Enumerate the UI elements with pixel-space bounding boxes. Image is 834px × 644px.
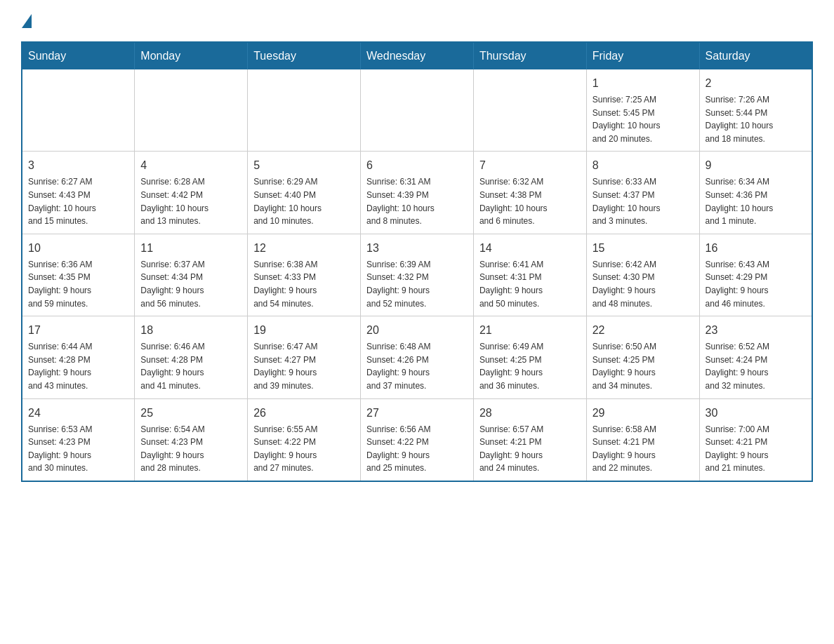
calendar-cell (473, 69, 586, 152)
logo (21, 14, 32, 27)
day-number: 28 (479, 405, 581, 422)
day-info: Sunrise: 6:29 AM Sunset: 4:40 PM Dayligh… (253, 175, 355, 227)
day-number: 5 (253, 157, 355, 174)
day-info: Sunrise: 7:26 AM Sunset: 5:44 PM Dayligh… (706, 93, 806, 145)
day-number: 17 (28, 322, 128, 339)
calendar-cell: 20Sunrise: 6:48 AM Sunset: 4:26 PM Dayli… (361, 316, 474, 398)
calendar-cell: 5Sunrise: 6:29 AM Sunset: 4:40 PM Daylig… (248, 152, 361, 234)
day-info: Sunrise: 6:32 AM Sunset: 4:38 PM Dayligh… (479, 175, 581, 227)
day-info: Sunrise: 6:50 AM Sunset: 4:25 PM Dayligh… (593, 340, 694, 392)
calendar-cell: 9Sunrise: 6:34 AM Sunset: 4:36 PM Daylig… (699, 152, 812, 234)
calendar-cell: 30Sunrise: 7:00 AM Sunset: 4:21 PM Dayli… (699, 398, 812, 481)
day-number: 16 (706, 240, 806, 257)
calendar-week-row: 10Sunrise: 6:36 AM Sunset: 4:35 PM Dayli… (22, 234, 812, 316)
day-info: Sunrise: 6:56 AM Sunset: 4:22 PM Dayligh… (366, 423, 468, 475)
calendar-cell: 23Sunrise: 6:52 AM Sunset: 4:24 PM Dayli… (699, 316, 812, 398)
day-info: Sunrise: 6:34 AM Sunset: 4:36 PM Dayligh… (706, 175, 806, 227)
day-number: 15 (593, 240, 694, 257)
calendar-cell: 3Sunrise: 6:27 AM Sunset: 4:43 PM Daylig… (22, 152, 135, 234)
day-info: Sunrise: 6:55 AM Sunset: 4:22 PM Dayligh… (253, 423, 355, 475)
day-number: 2 (706, 75, 806, 92)
calendar-cell: 15Sunrise: 6:42 AM Sunset: 4:30 PM Dayli… (586, 234, 699, 316)
weekday-header-thursday: Thursday (473, 42, 586, 69)
weekday-header-monday: Monday (135, 42, 248, 69)
day-info: Sunrise: 6:58 AM Sunset: 4:21 PM Dayligh… (593, 423, 694, 475)
calendar-week-row: 3Sunrise: 6:27 AM Sunset: 4:43 PM Daylig… (22, 152, 812, 234)
day-number: 30 (706, 405, 806, 422)
calendar-cell: 2Sunrise: 7:26 AM Sunset: 5:44 PM Daylig… (699, 69, 812, 152)
day-number: 3 (28, 157, 128, 174)
day-number: 19 (253, 322, 355, 339)
day-number: 4 (140, 157, 241, 174)
calendar-cell: 24Sunrise: 6:53 AM Sunset: 4:23 PM Dayli… (22, 398, 135, 481)
weekday-header-row: SundayMondayTuesdayWednesdayThursdayFrid… (22, 42, 812, 69)
weekday-header-saturday: Saturday (699, 42, 812, 69)
day-info: Sunrise: 7:25 AM Sunset: 5:45 PM Dayligh… (593, 93, 694, 145)
day-number: 7 (479, 157, 581, 174)
calendar-cell: 22Sunrise: 6:50 AM Sunset: 4:25 PM Dayli… (586, 316, 699, 398)
day-number: 20 (366, 322, 468, 339)
weekday-header-sunday: Sunday (22, 42, 135, 69)
calendar-cell: 21Sunrise: 6:49 AM Sunset: 4:25 PM Dayli… (473, 316, 586, 398)
calendar-cell: 19Sunrise: 6:47 AM Sunset: 4:27 PM Dayli… (248, 316, 361, 398)
calendar-cell: 12Sunrise: 6:38 AM Sunset: 4:33 PM Dayli… (248, 234, 361, 316)
day-number: 21 (479, 322, 581, 339)
calendar-cell (135, 69, 248, 152)
day-number: 14 (479, 240, 581, 257)
calendar-cell: 7Sunrise: 6:32 AM Sunset: 4:38 PM Daylig… (473, 152, 586, 234)
day-info: Sunrise: 6:27 AM Sunset: 4:43 PM Dayligh… (28, 175, 128, 227)
day-number: 29 (593, 405, 694, 422)
day-info: Sunrise: 6:37 AM Sunset: 4:34 PM Dayligh… (140, 258, 241, 310)
calendar-cell: 11Sunrise: 6:37 AM Sunset: 4:34 PM Dayli… (135, 234, 248, 316)
calendar-cell: 27Sunrise: 6:56 AM Sunset: 4:22 PM Dayli… (361, 398, 474, 481)
day-number: 12 (253, 240, 355, 257)
day-number: 22 (593, 322, 694, 339)
day-info: Sunrise: 6:47 AM Sunset: 4:27 PM Dayligh… (253, 340, 355, 392)
calendar-cell: 29Sunrise: 6:58 AM Sunset: 4:21 PM Dayli… (586, 398, 699, 481)
day-info: Sunrise: 6:54 AM Sunset: 4:23 PM Dayligh… (140, 423, 241, 475)
calendar-cell: 4Sunrise: 6:28 AM Sunset: 4:42 PM Daylig… (135, 152, 248, 234)
day-info: Sunrise: 6:48 AM Sunset: 4:26 PM Dayligh… (366, 340, 468, 392)
day-info: Sunrise: 6:43 AM Sunset: 4:29 PM Dayligh… (706, 258, 806, 310)
day-number: 27 (366, 405, 468, 422)
day-info: Sunrise: 6:36 AM Sunset: 4:35 PM Dayligh… (28, 258, 128, 310)
calendar-week-row: 17Sunrise: 6:44 AM Sunset: 4:28 PM Dayli… (22, 316, 812, 398)
calendar-week-row: 1Sunrise: 7:25 AM Sunset: 5:45 PM Daylig… (22, 69, 812, 152)
day-number: 18 (140, 322, 241, 339)
day-info: Sunrise: 6:41 AM Sunset: 4:31 PM Dayligh… (479, 258, 581, 310)
calendar-cell: 6Sunrise: 6:31 AM Sunset: 4:39 PM Daylig… (361, 152, 474, 234)
day-info: Sunrise: 6:28 AM Sunset: 4:42 PM Dayligh… (140, 175, 241, 227)
day-number: 9 (706, 157, 806, 174)
day-number: 26 (253, 405, 355, 422)
calendar-cell: 17Sunrise: 6:44 AM Sunset: 4:28 PM Dayli… (22, 316, 135, 398)
day-info: Sunrise: 6:42 AM Sunset: 4:30 PM Dayligh… (593, 258, 694, 310)
day-info: Sunrise: 6:44 AM Sunset: 4:28 PM Dayligh… (28, 340, 128, 392)
day-number: 24 (28, 405, 128, 422)
calendar-cell: 1Sunrise: 7:25 AM Sunset: 5:45 PM Daylig… (586, 69, 699, 152)
day-info: Sunrise: 6:38 AM Sunset: 4:33 PM Dayligh… (253, 258, 355, 310)
day-number: 6 (366, 157, 468, 174)
weekday-header-tuesday: Tuesday (248, 42, 361, 69)
day-number: 25 (140, 405, 241, 422)
day-info: Sunrise: 6:39 AM Sunset: 4:32 PM Dayligh… (366, 258, 468, 310)
calendar-table: SundayMondayTuesdayWednesdayThursdayFrid… (21, 41, 813, 482)
day-number: 11 (140, 240, 241, 257)
calendar-cell: 13Sunrise: 6:39 AM Sunset: 4:32 PM Dayli… (361, 234, 474, 316)
day-info: Sunrise: 6:57 AM Sunset: 4:21 PM Dayligh… (479, 423, 581, 475)
day-info: Sunrise: 7:00 AM Sunset: 4:21 PM Dayligh… (706, 423, 806, 475)
calendar-cell: 16Sunrise: 6:43 AM Sunset: 4:29 PM Dayli… (699, 234, 812, 316)
day-info: Sunrise: 6:33 AM Sunset: 4:37 PM Dayligh… (593, 175, 694, 227)
weekday-header-wednesday: Wednesday (361, 42, 474, 69)
day-info: Sunrise: 6:53 AM Sunset: 4:23 PM Dayligh… (28, 423, 128, 475)
calendar-cell: 26Sunrise: 6:55 AM Sunset: 4:22 PM Dayli… (248, 398, 361, 481)
calendar-cell: 14Sunrise: 6:41 AM Sunset: 4:31 PM Dayli… (473, 234, 586, 316)
day-number: 13 (366, 240, 468, 257)
day-info: Sunrise: 6:49 AM Sunset: 4:25 PM Dayligh… (479, 340, 581, 392)
calendar-cell: 28Sunrise: 6:57 AM Sunset: 4:21 PM Dayli… (473, 398, 586, 481)
calendar-cell: 10Sunrise: 6:36 AM Sunset: 4:35 PM Dayli… (22, 234, 135, 316)
calendar-cell: 25Sunrise: 6:54 AM Sunset: 4:23 PM Dayli… (135, 398, 248, 481)
weekday-header-friday: Friday (586, 42, 699, 69)
day-number: 1 (593, 75, 694, 92)
page-header (21, 14, 813, 27)
calendar-cell (22, 69, 135, 152)
